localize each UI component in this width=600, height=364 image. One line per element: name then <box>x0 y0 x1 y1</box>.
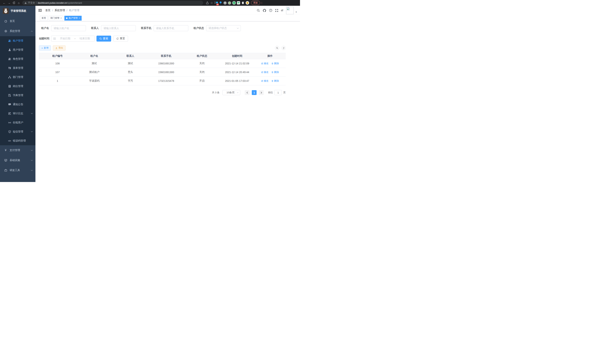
sidebar-item-system[interactable]: 系统管理 <box>0 26 36 36</box>
chrome-update-button[interactable]: 更新 <box>251 1 260 5</box>
edit-link[interactable]: 修改 <box>261 62 269 65</box>
browser-forward-icon[interactable]: → <box>7 1 11 5</box>
add-button[interactable]: + 新增 <box>39 46 51 50</box>
sidebar-item-notice[interactable]: 通知公告 <box>0 100 36 109</box>
sidebar-item-home[interactable]: 首页 <box>0 16 36 26</box>
tenant-name-label: 租户名 <box>39 27 49 30</box>
cell-name: 芋道源码 <box>76 79 112 83</box>
app-logo[interactable]: 芋道管理系统 <box>0 6 36 16</box>
goto-page-input[interactable] <box>274 90 282 95</box>
breadcrumb-home[interactable]: 首页 <box>45 9 50 12</box>
sidebar-item-online-user[interactable]: 在线用户 <box>0 118 36 127</box>
top-navbar: 首页 / 系统管理 / 租户管理 <box>36 6 300 15</box>
breadcrumb-current: 租户管理 <box>69 9 79 12</box>
fullscreen-icon[interactable] <box>275 9 278 12</box>
next-page-button[interactable] <box>259 90 264 95</box>
share-icon[interactable] <box>205 1 209 5</box>
cell-status: 关闭 <box>184 71 220 74</box>
sidebar-item-sms[interactable]: 短信管理 <box>0 127 36 136</box>
edit-link[interactable]: 修改 <box>261 79 269 83</box>
filter-row-2: 创建时间 开始日期 - 结束日期 搜索 重置 <box>39 36 300 42</box>
sidebar-item-dict[interactable]: 字典管理 <box>0 91 36 100</box>
extension-tag-manager-icon[interactable]: 10 <box>214 1 218 5</box>
broken-image-icon <box>287 7 290 10</box>
github-icon[interactable] <box>263 9 266 12</box>
cell-id: 108 <box>39 62 76 65</box>
sidebar-item-role[interactable]: 角色管理 <box>0 54 36 64</box>
extension-balloon-icon[interactable] <box>219 1 223 5</box>
shield-icon <box>8 130 11 133</box>
chevron-left-icon <box>247 92 248 94</box>
page-size-select[interactable]: 10条/页 <box>223 90 240 95</box>
delete-link[interactable]: 删除 <box>272 62 279 65</box>
avatar-dropdown-caret-icon[interactable]: ▼ <box>295 11 297 13</box>
sidebar-item-dept[interactable]: 部门管理 <box>0 73 36 82</box>
extension-y-icon[interactable]: y <box>232 1 236 5</box>
chrome-menu-icon[interactable]: ⋮ <box>261 1 263 4</box>
mobile-input[interactable] <box>154 25 188 31</box>
reset-button[interactable]: 重置 <box>113 36 128 42</box>
extension-chat-icon[interactable] <box>236 1 240 5</box>
sidebar-item-infra[interactable]: 基础设施 <box>0 155 36 165</box>
cell-id: 1 <box>39 79 76 82</box>
col-header-created: 创建时间 <box>220 54 254 58</box>
breadcrumb-system[interactable]: 系统管理 <box>55 9 65 12</box>
sidebar-collapse-icon[interactable] <box>38 9 42 12</box>
download-icon <box>55 47 57 49</box>
trash-icon <box>272 63 273 65</box>
tab-tenant[interactable]: 租户管理 × <box>64 16 81 21</box>
delete-link[interactable]: 删除 <box>272 71 279 74</box>
page-number-1[interactable]: 1 <box>252 90 257 95</box>
show-search-toggle-button[interactable] <box>275 46 279 50</box>
sidebar-item-user[interactable]: 用户管理 <box>0 45 36 54</box>
edit-link[interactable]: 修改 <box>261 71 269 74</box>
header-search-icon[interactable] <box>257 9 260 12</box>
browser-back-icon[interactable]: ← <box>2 1 7 5</box>
sidebar-item-tenant[interactable]: 租户管理 <box>0 36 36 45</box>
sidebar-item-error-code[interactable]: </> 错误码管理 <box>0 136 36 145</box>
chevron-down-icon <box>31 131 33 132</box>
user-avatar[interactable] <box>286 7 294 14</box>
id-badge-icon <box>8 85 11 88</box>
date-range-picker[interactable]: 开始日期 - 结束日期 <box>51 36 95 42</box>
tab-home[interactable]: 首页 <box>40 16 48 21</box>
extensions-puzzle-icon[interactable] <box>241 1 245 5</box>
bookmark-star-icon[interactable]: ☆ <box>209 1 214 5</box>
delete-link[interactable]: 删除 <box>272 79 279 83</box>
tenants-icon <box>8 39 11 42</box>
close-icon[interactable]: × <box>79 17 80 19</box>
extension-command-icon[interactable]: ⌘ <box>223 1 227 5</box>
help-icon[interactable] <box>269 9 272 12</box>
address-bar[interactable]: 不安全 dashboard.yudao.iocoder.cn/system/te… <box>22 1 203 5</box>
main-area: 首页 / 系统管理 / 租户管理 <box>36 6 300 182</box>
status-select[interactable]: 请选择租户状态 <box>206 25 241 31</box>
cell-name: 测试租户 <box>76 71 112 74</box>
search-button[interactable]: 搜索 <box>96 36 111 42</box>
logo-image <box>3 8 9 14</box>
sidebar-item-menu[interactable]: 菜单管理 <box>0 64 36 73</box>
extension-recorder-icon[interactable] <box>227 1 232 5</box>
cell-mobile: 17321315478 <box>148 79 184 82</box>
sidebar: 芋道管理系统 首页 系统管理 <box>0 6 36 182</box>
page-unit-label: 页 <box>283 91 286 94</box>
edit-log-icon <box>8 112 11 115</box>
close-icon[interactable]: × <box>60 17 62 19</box>
tab-dept[interactable]: 部门管理 × <box>49 16 63 21</box>
export-button[interactable]: 导出 <box>53 46 66 50</box>
refresh-table-button[interactable] <box>281 46 286 50</box>
col-header-status: 租户状态 <box>184 54 220 58</box>
sidebar-item-dev-tools[interactable]: 研发工具 <box>0 165 36 175</box>
calendar-icon <box>53 37 56 40</box>
tenant-name-input[interactable] <box>51 25 86 31</box>
sidebar-item-post[interactable]: 岗位管理 <box>0 82 36 91</box>
contact-input[interactable] <box>101 25 136 31</box>
sitemap-icon <box>8 76 11 79</box>
browser-home-icon[interactable]: ⌂ <box>16 1 21 5</box>
profile-avatar-icon[interactable] <box>245 1 249 5</box>
sidebar-item-audit-log[interactable]: 审计日志 <box>0 109 36 118</box>
sidebar-item-pay[interactable]: ¥ 支付管理 <box>0 145 36 155</box>
browser-reload-icon[interactable] <box>11 1 16 5</box>
font-size-icon[interactable]: tT <box>281 9 283 12</box>
cell-id: 107 <box>39 71 76 74</box>
prev-page-button[interactable] <box>245 90 250 95</box>
